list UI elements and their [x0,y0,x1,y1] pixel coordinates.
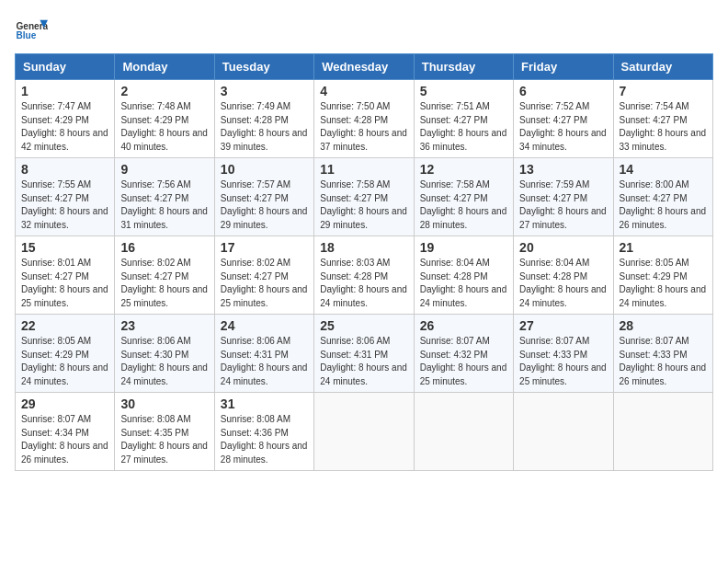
calendar-week-row: 8 Sunrise: 7:55 AM Sunset: 4:27 PM Dayli… [16,158,713,236]
day-info: Sunrise: 8:05 AM Sunset: 4:29 PM Dayligh… [620,257,707,310]
day-info: Sunrise: 7:49 AM Sunset: 4:28 PM Dayligh… [221,100,308,154]
day-number: 9 [120,162,208,177]
calendar-header-row: SundayMondayTuesdayWednesdayThursdayFrid… [16,54,713,80]
day-number: 14 [620,162,707,177]
page-header: General Blue [15,15,713,48]
calendar-week-row: 15 Sunrise: 8:01 AM Sunset: 4:27 PM Dayl… [16,236,713,315]
day-info: Sunrise: 7:57 AM Sunset: 4:27 PM Dayligh… [221,178,308,232]
column-header-thursday: Thursday [414,54,513,80]
day-info: Sunrise: 8:04 AM Sunset: 4:28 PM Dayligh… [519,257,607,310]
day-number: 6 [519,84,607,98]
calendar-cell: 3 Sunrise: 7:49 AM Sunset: 4:28 PM Dayli… [214,80,313,158]
calendar-cell: 18 Sunrise: 8:03 AM Sunset: 4:28 PM Dayl… [314,236,414,315]
day-number: 23 [120,318,208,333]
calendar-cell: 13 Sunrise: 7:59 AM Sunset: 4:27 PM Dayl… [514,158,613,236]
day-number: 28 [620,318,707,333]
column-header-monday: Monday [115,54,214,80]
calendar-cell: 27 Sunrise: 8:07 AM Sunset: 4:33 PM Dayl… [514,315,613,393]
calendar-cell: 15 Sunrise: 8:01 AM Sunset: 4:27 PM Dayl… [16,236,115,315]
day-number: 16 [120,240,208,255]
logo-icon: General Blue [15,15,48,48]
calendar-cell: 10 Sunrise: 7:57 AM Sunset: 4:27 PM Dayl… [214,158,313,236]
day-info: Sunrise: 8:06 AM Sunset: 4:31 PM Dayligh… [221,335,308,388]
day-number: 18 [320,240,407,255]
day-info: Sunrise: 7:58 AM Sunset: 4:27 PM Dayligh… [420,178,507,232]
day-info: Sunrise: 8:08 AM Sunset: 4:35 PM Dayligh… [120,413,208,466]
calendar-cell: 17 Sunrise: 8:02 AM Sunset: 4:27 PM Dayl… [214,236,313,315]
calendar-cell: 4 Sunrise: 7:50 AM Sunset: 4:28 PM Dayli… [314,80,414,158]
day-number: 15 [21,240,108,255]
calendar-week-row: 22 Sunrise: 8:05 AM Sunset: 4:29 PM Dayl… [16,315,713,393]
calendar-cell: 24 Sunrise: 8:06 AM Sunset: 4:31 PM Dayl… [214,315,313,393]
day-info: Sunrise: 8:05 AM Sunset: 4:29 PM Dayligh… [21,335,108,388]
calendar-cell: 23 Sunrise: 8:06 AM Sunset: 4:30 PM Dayl… [115,315,214,393]
day-info: Sunrise: 8:02 AM Sunset: 4:27 PM Dayligh… [221,257,308,310]
calendar-cell [414,393,513,471]
day-info: Sunrise: 7:47 AM Sunset: 4:29 PM Dayligh… [21,100,108,154]
calendar-cell: 21 Sunrise: 8:05 AM Sunset: 4:29 PM Dayl… [613,236,712,315]
day-info: Sunrise: 8:00 AM Sunset: 4:27 PM Dayligh… [620,178,707,232]
day-number: 12 [420,162,507,177]
calendar-cell: 31 Sunrise: 8:08 AM Sunset: 4:36 PM Dayl… [214,393,313,471]
day-number: 24 [221,318,308,333]
calendar-cell: 25 Sunrise: 8:06 AM Sunset: 4:31 PM Dayl… [314,315,414,393]
day-number: 2 [120,84,208,98]
day-info: Sunrise: 7:50 AM Sunset: 4:28 PM Dayligh… [320,100,407,154]
calendar-table: SundayMondayTuesdayWednesdayThursdayFrid… [15,53,713,471]
day-info: Sunrise: 8:02 AM Sunset: 4:27 PM Dayligh… [120,257,208,310]
calendar-cell [514,393,613,471]
day-info: Sunrise: 8:07 AM Sunset: 4:32 PM Dayligh… [420,335,507,388]
day-info: Sunrise: 8:01 AM Sunset: 4:27 PM Dayligh… [21,257,108,310]
day-number: 4 [320,84,407,98]
calendar-cell [314,393,414,471]
day-number: 13 [519,162,607,177]
day-number: 10 [221,162,308,177]
day-info: Sunrise: 8:08 AM Sunset: 4:36 PM Dayligh… [221,413,308,466]
day-number: 17 [221,240,308,255]
calendar-cell: 7 Sunrise: 7:54 AM Sunset: 4:27 PM Dayli… [613,80,712,158]
day-number: 27 [519,318,607,333]
logo: General Blue [15,15,51,48]
day-info: Sunrise: 8:04 AM Sunset: 4:28 PM Dayligh… [420,257,507,310]
day-info: Sunrise: 7:56 AM Sunset: 4:27 PM Dayligh… [120,178,208,232]
calendar-cell: 5 Sunrise: 7:51 AM Sunset: 4:27 PM Dayli… [414,80,513,158]
column-header-sunday: Sunday [16,54,115,80]
calendar-cell: 8 Sunrise: 7:55 AM Sunset: 4:27 PM Dayli… [16,158,115,236]
day-number: 21 [620,240,707,255]
day-info: Sunrise: 7:58 AM Sunset: 4:27 PM Dayligh… [320,178,407,232]
day-number: 29 [21,396,108,411]
column-header-saturday: Saturday [613,54,712,80]
day-number: 25 [320,318,407,333]
calendar-cell: 9 Sunrise: 7:56 AM Sunset: 4:27 PM Dayli… [115,158,214,236]
day-number: 1 [21,84,108,98]
column-header-friday: Friday [514,54,613,80]
day-info: Sunrise: 8:03 AM Sunset: 4:28 PM Dayligh… [320,257,407,310]
calendar-cell: 20 Sunrise: 8:04 AM Sunset: 4:28 PM Dayl… [514,236,613,315]
calendar-cell: 22 Sunrise: 8:05 AM Sunset: 4:29 PM Dayl… [16,315,115,393]
day-number: 19 [420,240,507,255]
day-info: Sunrise: 7:52 AM Sunset: 4:27 PM Dayligh… [519,100,607,154]
day-info: Sunrise: 8:06 AM Sunset: 4:30 PM Dayligh… [120,335,208,388]
calendar-week-row: 1 Sunrise: 7:47 AM Sunset: 4:29 PM Dayli… [16,80,713,158]
day-info: Sunrise: 7:48 AM Sunset: 4:29 PM Dayligh… [120,100,208,154]
calendar-cell: 29 Sunrise: 8:07 AM Sunset: 4:34 PM Dayl… [16,393,115,471]
day-info: Sunrise: 7:59 AM Sunset: 4:27 PM Dayligh… [519,178,607,232]
day-info: Sunrise: 7:55 AM Sunset: 4:27 PM Dayligh… [21,178,108,232]
day-number: 11 [320,162,407,177]
day-number: 5 [420,84,507,98]
day-info: Sunrise: 8:07 AM Sunset: 4:34 PM Dayligh… [21,413,108,466]
day-number: 31 [221,396,308,411]
column-header-tuesday: Tuesday [214,54,313,80]
calendar-cell: 16 Sunrise: 8:02 AM Sunset: 4:27 PM Dayl… [115,236,214,315]
day-info: Sunrise: 7:54 AM Sunset: 4:27 PM Dayligh… [620,100,707,154]
day-number: 7 [620,84,707,98]
day-number: 30 [120,396,208,411]
day-number: 20 [519,240,607,255]
calendar-cell [613,393,712,471]
calendar-cell: 30 Sunrise: 8:08 AM Sunset: 4:35 PM Dayl… [115,393,214,471]
day-number: 22 [21,318,108,333]
day-info: Sunrise: 8:07 AM Sunset: 4:33 PM Dayligh… [519,335,607,388]
calendar-cell: 26 Sunrise: 8:07 AM Sunset: 4:32 PM Dayl… [414,315,513,393]
calendar-cell: 2 Sunrise: 7:48 AM Sunset: 4:29 PM Dayli… [115,80,214,158]
calendar-week-row: 29 Sunrise: 8:07 AM Sunset: 4:34 PM Dayl… [16,393,713,471]
